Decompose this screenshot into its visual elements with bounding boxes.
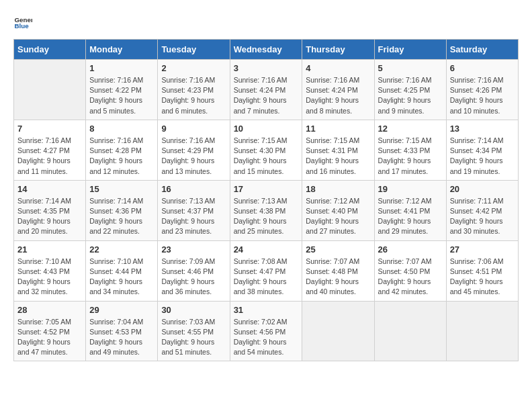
column-header-saturday: Saturday [446,40,518,60]
day-detail: Sunrise: 7:03 AM Sunset: 4:55 PM Dayligh… [161,317,226,358]
calendar-cell: 6Sunrise: 7:16 AM Sunset: 4:26 PM Daylig… [446,60,518,120]
calendar-cell: 23Sunrise: 7:09 AM Sunset: 4:46 PM Dayli… [158,240,230,301]
calendar-week-row: 1Sunrise: 7:16 AM Sunset: 4:22 PM Daylig… [14,60,519,120]
day-number: 7 [17,124,82,134]
day-number: 19 [378,184,443,194]
calendar-cell: 19Sunrise: 7:12 AM Sunset: 4:41 PM Dayli… [374,180,446,240]
calendar-cell: 21Sunrise: 7:10 AM Sunset: 4:43 PM Dayli… [14,240,86,301]
day-number: 2 [161,63,226,73]
day-detail: Sunrise: 7:11 AM Sunset: 4:42 PM Dayligh… [450,196,515,237]
day-detail: Sunrise: 7:16 AM Sunset: 4:28 PM Dayligh… [89,136,154,177]
day-number: 16 [161,184,226,194]
day-detail: Sunrise: 7:10 AM Sunset: 4:43 PM Dayligh… [17,257,82,298]
day-detail: Sunrise: 7:13 AM Sunset: 4:37 PM Dayligh… [161,196,226,237]
day-detail: Sunrise: 7:16 AM Sunset: 4:25 PM Dayligh… [378,75,443,116]
day-number: 24 [234,244,299,255]
day-detail: Sunrise: 7:16 AM Sunset: 4:24 PM Dayligh… [306,75,370,116]
day-detail: Sunrise: 7:09 AM Sunset: 4:46 PM Dayligh… [161,257,226,298]
calendar-cell: 28Sunrise: 7:05 AM Sunset: 4:52 PM Dayli… [14,301,86,361]
day-detail: Sunrise: 7:07 AM Sunset: 4:48 PM Dayligh… [306,257,370,298]
day-number: 4 [306,63,370,73]
day-detail: Sunrise: 7:16 AM Sunset: 4:22 PM Dayligh… [89,75,154,116]
calendar-cell: 24Sunrise: 7:08 AM Sunset: 4:47 PM Dayli… [230,240,302,301]
calendar-cell: 10Sunrise: 7:15 AM Sunset: 4:30 PM Dayli… [230,120,302,180]
day-detail: Sunrise: 7:15 AM Sunset: 4:33 PM Dayligh… [378,136,443,177]
logo: General Blue [13,13,35,32]
day-number: 31 [234,305,299,315]
day-detail: Sunrise: 7:16 AM Sunset: 4:26 PM Dayligh… [450,75,515,116]
calendar-cell: 13Sunrise: 7:14 AM Sunset: 4:34 PM Dayli… [446,120,518,180]
day-number: 23 [161,244,226,255]
column-header-friday: Friday [374,40,446,60]
day-number: 22 [89,244,154,255]
day-number: 1 [89,63,154,73]
day-detail: Sunrise: 7:06 AM Sunset: 4:51 PM Dayligh… [450,257,515,298]
day-number: 10 [234,124,299,134]
calendar-cell: 16Sunrise: 7:13 AM Sunset: 4:37 PM Dayli… [158,180,230,240]
calendar-cell: 31Sunrise: 7:02 AM Sunset: 4:56 PM Dayli… [230,301,302,361]
calendar-cell: 15Sunrise: 7:14 AM Sunset: 4:36 PM Dayli… [86,180,158,240]
column-header-monday: Monday [86,40,158,60]
day-detail: Sunrise: 7:15 AM Sunset: 4:31 PM Dayligh… [306,136,370,177]
calendar-week-row: 21Sunrise: 7:10 AM Sunset: 4:43 PM Dayli… [14,240,519,301]
day-number: 8 [89,124,154,134]
page-header: General Blue [13,13,519,32]
day-detail: Sunrise: 7:13 AM Sunset: 4:38 PM Dayligh… [234,196,299,237]
calendar-cell: 25Sunrise: 7:07 AM Sunset: 4:48 PM Dayli… [302,240,374,301]
calendar-cell: 11Sunrise: 7:15 AM Sunset: 4:31 PM Dayli… [302,120,374,180]
calendar-cell [302,301,374,361]
calendar-cell: 9Sunrise: 7:16 AM Sunset: 4:29 PM Daylig… [158,120,230,180]
day-number: 9 [161,124,226,134]
calendar-cell: 26Sunrise: 7:07 AM Sunset: 4:50 PM Dayli… [374,240,446,301]
calendar-cell: 22Sunrise: 7:10 AM Sunset: 4:44 PM Dayli… [86,240,158,301]
day-detail: Sunrise: 7:12 AM Sunset: 4:40 PM Dayligh… [306,196,370,237]
day-detail: Sunrise: 7:15 AM Sunset: 4:30 PM Dayligh… [234,136,299,177]
day-number: 26 [378,244,443,255]
calendar-cell [14,60,86,120]
column-header-tuesday: Tuesday [158,40,230,60]
day-number: 15 [89,184,154,194]
day-detail: Sunrise: 7:16 AM Sunset: 4:29 PM Dayligh… [161,136,226,177]
day-detail: Sunrise: 7:05 AM Sunset: 4:52 PM Dayligh… [17,317,82,358]
calendar-cell: 8Sunrise: 7:16 AM Sunset: 4:28 PM Daylig… [86,120,158,180]
day-number: 13 [450,124,515,134]
calendar-cell: 27Sunrise: 7:06 AM Sunset: 4:51 PM Dayli… [446,240,518,301]
day-detail: Sunrise: 7:07 AM Sunset: 4:50 PM Dayligh… [378,257,443,298]
calendar-week-row: 7Sunrise: 7:16 AM Sunset: 4:27 PM Daylig… [14,120,519,180]
day-number: 28 [17,305,82,315]
calendar-cell: 17Sunrise: 7:13 AM Sunset: 4:38 PM Dayli… [230,180,302,240]
day-number: 11 [306,124,370,134]
calendar-table: SundayMondayTuesdayWednesdayThursdayFrid… [13,39,519,361]
day-detail: Sunrise: 7:14 AM Sunset: 4:35 PM Dayligh… [17,196,82,237]
calendar-cell: 2Sunrise: 7:16 AM Sunset: 4:23 PM Daylig… [158,60,230,120]
logo-icon: General Blue [13,13,32,32]
calendar-cell [374,301,446,361]
calendar-cell: 1Sunrise: 7:16 AM Sunset: 4:22 PM Daylig… [86,60,158,120]
day-number: 27 [450,244,515,255]
day-detail: Sunrise: 7:14 AM Sunset: 4:36 PM Dayligh… [89,196,154,237]
column-header-thursday: Thursday [302,40,374,60]
calendar-cell: 3Sunrise: 7:16 AM Sunset: 4:24 PM Daylig… [230,60,302,120]
day-detail: Sunrise: 7:04 AM Sunset: 4:53 PM Dayligh… [89,317,154,358]
day-detail: Sunrise: 7:16 AM Sunset: 4:24 PM Dayligh… [234,75,299,116]
calendar-week-row: 14Sunrise: 7:14 AM Sunset: 4:35 PM Dayli… [14,180,519,240]
day-number: 14 [17,184,82,194]
day-detail: Sunrise: 7:16 AM Sunset: 4:27 PM Dayligh… [17,136,82,177]
day-detail: Sunrise: 7:10 AM Sunset: 4:44 PM Dayligh… [89,257,154,298]
day-detail: Sunrise: 7:02 AM Sunset: 4:56 PM Dayligh… [234,317,299,358]
calendar-cell: 5Sunrise: 7:16 AM Sunset: 4:25 PM Daylig… [374,60,446,120]
calendar-cell: 30Sunrise: 7:03 AM Sunset: 4:55 PM Dayli… [158,301,230,361]
calendar-cell: 14Sunrise: 7:14 AM Sunset: 4:35 PM Dayli… [14,180,86,240]
calendar-cell: 4Sunrise: 7:16 AM Sunset: 4:24 PM Daylig… [302,60,374,120]
day-detail: Sunrise: 7:08 AM Sunset: 4:47 PM Dayligh… [234,257,299,298]
day-number: 30 [161,305,226,315]
calendar-header-row: SundayMondayTuesdayWednesdayThursdayFrid… [14,40,519,60]
day-detail: Sunrise: 7:16 AM Sunset: 4:23 PM Dayligh… [161,75,226,116]
calendar-cell [446,301,518,361]
day-number: 20 [450,184,515,194]
day-number: 25 [306,244,370,255]
column-header-sunday: Sunday [14,40,86,60]
day-number: 21 [17,244,82,255]
day-detail: Sunrise: 7:12 AM Sunset: 4:41 PM Dayligh… [378,196,443,237]
day-number: 5 [378,63,443,73]
